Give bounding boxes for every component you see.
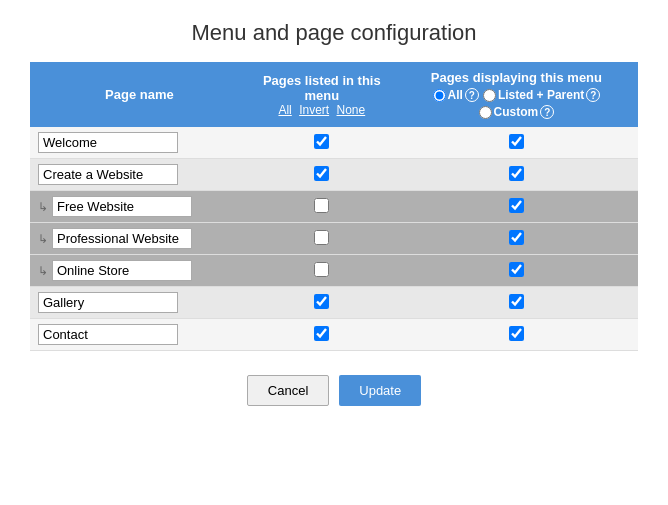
page-name-cell — [30, 127, 249, 159]
displaying-cell — [395, 255, 638, 287]
listed-checkbox[interactable] — [314, 230, 329, 245]
listed-checkbox[interactable] — [314, 326, 329, 341]
page-name-cell: ↳ — [30, 255, 249, 287]
listed-checkbox[interactable] — [314, 166, 329, 181]
page-title: Menu and page configuration — [192, 20, 477, 46]
page-name-input[interactable] — [38, 324, 178, 345]
listed-cell — [249, 223, 395, 255]
col-header-listed: Pages listed in this menu All Invert Non… — [249, 62, 395, 127]
listed-cell — [249, 159, 395, 191]
displaying-cell — [395, 159, 638, 191]
displaying-checkbox[interactable] — [509, 262, 524, 277]
help-listed-parent-icon[interactable]: ? — [586, 88, 600, 102]
displaying-cell — [395, 223, 638, 255]
indent-arrow-icon: ↳ — [38, 232, 48, 246]
update-button[interactable]: Update — [339, 375, 421, 406]
page-name-cell — [30, 319, 249, 351]
displaying-checkbox[interactable] — [509, 198, 524, 213]
button-row: Cancel Update — [247, 375, 421, 406]
displaying-checkbox[interactable] — [509, 134, 524, 149]
page-name-input[interactable] — [38, 164, 178, 185]
table-row — [30, 127, 638, 159]
displaying-checkbox[interactable] — [509, 294, 524, 309]
table-row — [30, 159, 638, 191]
displaying-cell — [395, 287, 638, 319]
config-table: Page name Pages listed in this menu All … — [30, 62, 638, 351]
page-name-cell: ↳ — [30, 191, 249, 223]
displaying-cell — [395, 319, 638, 351]
page-name-input[interactable] — [52, 260, 192, 281]
radio-custom[interactable] — [479, 106, 492, 119]
listed-none-link[interactable]: None — [337, 103, 366, 117]
listed-cell — [249, 319, 395, 351]
help-custom-icon[interactable]: ? — [540, 105, 554, 119]
listed-invert-link[interactable]: Invert — [299, 103, 329, 117]
radio-listed-parent[interactable] — [483, 89, 496, 102]
page-name-input[interactable] — [38, 132, 178, 153]
listed-cell — [249, 127, 395, 159]
table-row: ↳ — [30, 255, 638, 287]
listed-cell — [249, 191, 395, 223]
listed-checkbox[interactable] — [314, 294, 329, 309]
table-row — [30, 287, 638, 319]
displaying-checkbox[interactable] — [509, 326, 524, 341]
indent-arrow-icon: ↳ — [38, 200, 48, 214]
col-header-displaying: Pages displaying this menu All ? Listed … — [395, 62, 638, 127]
listed-checkbox[interactable] — [314, 198, 329, 213]
cancel-button[interactable]: Cancel — [247, 375, 329, 406]
displaying-checkbox[interactable] — [509, 230, 524, 245]
listed-checkbox[interactable] — [314, 134, 329, 149]
displaying-cell — [395, 127, 638, 159]
listed-all-link[interactable]: All — [278, 103, 291, 117]
help-all-icon[interactable]: ? — [465, 88, 479, 102]
table-row — [30, 319, 638, 351]
page-name-cell — [30, 159, 249, 191]
listed-cell — [249, 255, 395, 287]
displaying-cell — [395, 191, 638, 223]
radio-all[interactable] — [433, 89, 446, 102]
indent-arrow-icon: ↳ — [38, 264, 48, 278]
table-row: ↳ — [30, 191, 638, 223]
page-name-cell — [30, 287, 249, 319]
table-row: ↳ — [30, 223, 638, 255]
page-name-cell: ↳ — [30, 223, 249, 255]
col-header-page-name: Page name — [30, 62, 249, 127]
listed-checkbox[interactable] — [314, 262, 329, 277]
page-name-input[interactable] — [52, 196, 192, 217]
listed-cell — [249, 287, 395, 319]
displaying-checkbox[interactable] — [509, 166, 524, 181]
page-name-input[interactable] — [38, 292, 178, 313]
page-name-input[interactable] — [52, 228, 192, 249]
